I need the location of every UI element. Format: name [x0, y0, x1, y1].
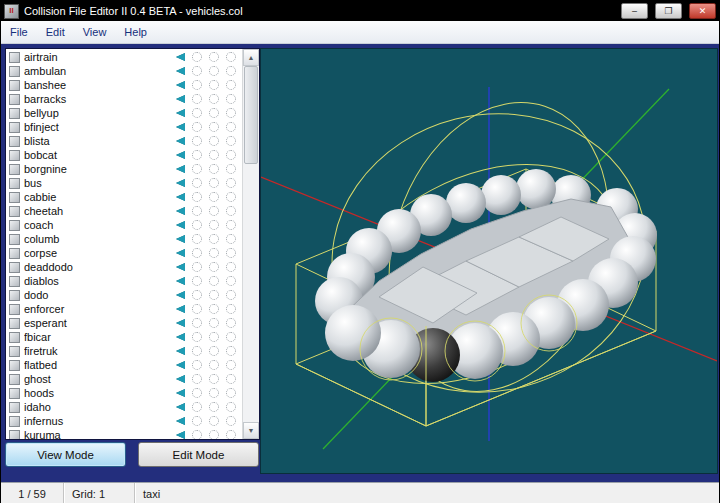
cone-icon[interactable]: [176, 53, 185, 61]
dotted-circle-icon[interactable]: [209, 164, 219, 174]
dotted-circle-icon[interactable]: [209, 108, 219, 118]
list-item[interactable]: flatbed: [6, 358, 242, 372]
dotted-circle-icon[interactable]: [192, 178, 202, 188]
list-item[interactable]: ambulan: [6, 64, 242, 78]
dotted-circle-icon[interactable]: [226, 108, 236, 118]
dotted-circle-icon[interactable]: [226, 192, 236, 202]
cone-icon[interactable]: [176, 109, 185, 117]
cone-icon[interactable]: [176, 95, 185, 103]
cone-icon[interactable]: [176, 291, 185, 299]
dotted-circle-icon[interactable]: [209, 52, 219, 62]
dotted-circle-icon[interactable]: [192, 80, 202, 90]
dotted-circle-icon[interactable]: [192, 220, 202, 230]
list-item[interactable]: banshee: [6, 78, 242, 92]
menu-help[interactable]: Help: [115, 23, 156, 41]
list-item[interactable]: fbicar: [6, 330, 242, 344]
dotted-circle-icon[interactable]: [226, 94, 236, 104]
dotted-circle-icon[interactable]: [226, 80, 236, 90]
list-item[interactable]: coach: [6, 218, 242, 232]
list-item[interactable]: bfinject: [6, 120, 242, 134]
dotted-circle-icon[interactable]: [209, 206, 219, 216]
cone-icon[interactable]: [176, 263, 185, 271]
cone-icon[interactable]: [176, 375, 185, 383]
dotted-circle-icon[interactable]: [192, 374, 202, 384]
cone-icon[interactable]: [176, 151, 185, 159]
dotted-circle-icon[interactable]: [226, 52, 236, 62]
dotted-circle-icon[interactable]: [226, 164, 236, 174]
list-item[interactable]: columb: [6, 232, 242, 246]
dotted-circle-icon[interactable]: [226, 318, 236, 328]
scrollbar-track[interactable]: [243, 66, 259, 422]
dotted-circle-icon[interactable]: [226, 402, 236, 412]
cone-icon[interactable]: [176, 123, 185, 131]
dotted-circle-icon[interactable]: [226, 360, 236, 370]
cone-icon[interactable]: [176, 193, 185, 201]
dotted-circle-icon[interactable]: [226, 416, 236, 426]
dotted-circle-icon[interactable]: [209, 220, 219, 230]
dotted-circle-icon[interactable]: [226, 388, 236, 398]
dotted-circle-icon[interactable]: [192, 346, 202, 356]
dotted-circle-icon[interactable]: [209, 94, 219, 104]
dotted-circle-icon[interactable]: [209, 192, 219, 202]
dotted-circle-icon[interactable]: [209, 66, 219, 76]
cone-icon[interactable]: [176, 235, 185, 243]
cone-icon[interactable]: [176, 431, 185, 439]
dotted-circle-icon[interactable]: [192, 192, 202, 202]
list-scrollbar[interactable]: ▲ ▼: [242, 49, 259, 439]
cone-icon[interactable]: [176, 249, 185, 257]
dotted-circle-icon[interactable]: [226, 304, 236, 314]
maximize-button[interactable]: ❐: [655, 3, 682, 19]
dotted-circle-icon[interactable]: [209, 332, 219, 342]
cone-icon[interactable]: [176, 207, 185, 215]
list-item[interactable]: dodo: [6, 288, 242, 302]
dotted-circle-icon[interactable]: [209, 388, 219, 398]
dotted-circle-icon[interactable]: [192, 66, 202, 76]
list-item[interactable]: bus: [6, 176, 242, 190]
dotted-circle-icon[interactable]: [226, 150, 236, 160]
dotted-circle-icon[interactable]: [226, 220, 236, 230]
dotted-circle-icon[interactable]: [209, 178, 219, 188]
cone-icon[interactable]: [176, 179, 185, 187]
dotted-circle-icon[interactable]: [226, 206, 236, 216]
dotted-circle-icon[interactable]: [209, 276, 219, 286]
scroll-up-button[interactable]: ▲: [243, 49, 259, 66]
dotted-circle-icon[interactable]: [209, 122, 219, 132]
dotted-circle-icon[interactable]: [226, 178, 236, 188]
list-item[interactable]: esperant: [6, 316, 242, 330]
list-item[interactable]: blista: [6, 134, 242, 148]
viewport-canvas[interactable]: [261, 49, 717, 473]
cone-icon[interactable]: [176, 417, 185, 425]
menu-file[interactable]: File: [1, 23, 37, 41]
list-item[interactable]: airtrain: [6, 50, 242, 64]
list-item[interactable]: bobcat: [6, 148, 242, 162]
edit-mode-button[interactable]: Edit Mode: [138, 442, 259, 467]
cone-icon[interactable]: [176, 67, 185, 75]
viewport-panel[interactable]: [260, 48, 718, 474]
dotted-circle-icon[interactable]: [226, 430, 236, 439]
menu-view[interactable]: View: [74, 23, 116, 41]
list-item[interactable]: firetruk: [6, 344, 242, 358]
dotted-circle-icon[interactable]: [192, 402, 202, 412]
dotted-circle-icon[interactable]: [209, 304, 219, 314]
dotted-circle-icon[interactable]: [192, 360, 202, 370]
dotted-circle-icon[interactable]: [192, 262, 202, 272]
dotted-circle-icon[interactable]: [209, 248, 219, 258]
cone-icon[interactable]: [176, 221, 185, 229]
dotted-circle-icon[interactable]: [226, 276, 236, 286]
list-item[interactable]: corpse: [6, 246, 242, 260]
list-item[interactable]: hoods: [6, 386, 242, 400]
dotted-circle-icon[interactable]: [209, 374, 219, 384]
dotted-circle-icon[interactable]: [226, 332, 236, 342]
dotted-circle-icon[interactable]: [226, 66, 236, 76]
dotted-circle-icon[interactable]: [209, 136, 219, 146]
dotted-circle-icon[interactable]: [209, 346, 219, 356]
cone-icon[interactable]: [176, 81, 185, 89]
cone-icon[interactable]: [176, 277, 185, 285]
dotted-circle-icon[interactable]: [192, 318, 202, 328]
dotted-circle-icon[interactable]: [209, 416, 219, 426]
dotted-circle-icon[interactable]: [192, 304, 202, 314]
list-item[interactable]: infernus: [6, 414, 242, 428]
dotted-circle-icon[interactable]: [226, 262, 236, 272]
dotted-circle-icon[interactable]: [226, 248, 236, 258]
cone-icon[interactable]: [176, 361, 185, 369]
